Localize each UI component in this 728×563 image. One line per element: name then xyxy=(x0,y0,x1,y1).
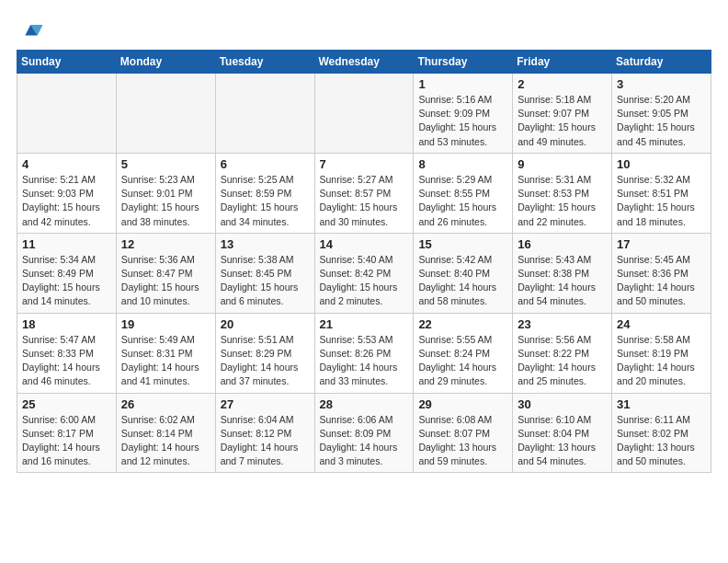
calendar-table: SundayMondayTuesdayWednesdayThursdayFrid… xyxy=(17,50,711,473)
day-cell: 12Sunrise: 5:36 AM Sunset: 8:47 PM Dayli… xyxy=(116,233,215,313)
header xyxy=(17,17,711,42)
day-number: 21 xyxy=(320,317,409,331)
day-cell: 24Sunrise: 5:58 AM Sunset: 8:19 PM Dayli… xyxy=(612,313,711,393)
day-detail: Sunrise: 5:45 AM Sunset: 8:36 PM Dayligh… xyxy=(617,253,706,309)
day-cell: 19Sunrise: 5:49 AM Sunset: 8:31 PM Dayli… xyxy=(116,313,215,393)
day-cell: 31Sunrise: 6:11 AM Sunset: 8:02 PM Dayli… xyxy=(612,393,711,473)
day-cell: 7Sunrise: 5:27 AM Sunset: 8:57 PM Daylig… xyxy=(314,153,414,233)
weekday-monday: Monday xyxy=(116,51,215,74)
day-cell: 17Sunrise: 5:45 AM Sunset: 8:36 PM Dayli… xyxy=(612,233,711,313)
week-row-1: 1Sunrise: 5:16 AM Sunset: 9:09 PM Daylig… xyxy=(17,74,711,154)
day-detail: Sunrise: 6:00 AM Sunset: 8:17 PM Dayligh… xyxy=(22,413,111,469)
day-cell: 11Sunrise: 5:34 AM Sunset: 8:49 PM Dayli… xyxy=(17,233,117,313)
day-detail: Sunrise: 5:56 AM Sunset: 8:22 PM Dayligh… xyxy=(518,333,607,389)
day-detail: Sunrise: 5:58 AM Sunset: 8:19 PM Dayligh… xyxy=(617,333,706,389)
day-cell: 4Sunrise: 5:21 AM Sunset: 9:03 PM Daylig… xyxy=(17,153,117,233)
day-detail: Sunrise: 6:10 AM Sunset: 8:04 PM Dayligh… xyxy=(518,413,607,469)
day-cell xyxy=(17,74,117,154)
day-detail: Sunrise: 5:21 AM Sunset: 9:03 PM Dayligh… xyxy=(22,173,111,229)
day-cell: 28Sunrise: 6:06 AM Sunset: 8:09 PM Dayli… xyxy=(314,393,414,473)
day-detail: Sunrise: 5:47 AM Sunset: 8:33 PM Dayligh… xyxy=(22,333,111,389)
day-number: 9 xyxy=(518,157,607,171)
day-cell: 21Sunrise: 5:53 AM Sunset: 8:26 PM Dayli… xyxy=(314,313,414,393)
weekday-tuesday: Tuesday xyxy=(215,51,314,74)
day-cell: 25Sunrise: 6:00 AM Sunset: 8:17 PM Dayli… xyxy=(17,393,117,473)
day-detail: Sunrise: 5:29 AM Sunset: 8:55 PM Dayligh… xyxy=(418,173,507,229)
day-cell: 14Sunrise: 5:40 AM Sunset: 8:42 PM Dayli… xyxy=(314,233,414,313)
day-cell: 1Sunrise: 5:16 AM Sunset: 9:09 PM Daylig… xyxy=(414,74,513,154)
day-number: 23 xyxy=(518,317,607,331)
day-cell: 15Sunrise: 5:42 AM Sunset: 8:40 PM Dayli… xyxy=(414,233,513,313)
day-number: 17 xyxy=(617,237,706,251)
day-detail: Sunrise: 5:51 AM Sunset: 8:29 PM Dayligh… xyxy=(221,333,310,389)
day-number: 27 xyxy=(221,397,310,411)
weekday-friday: Friday xyxy=(513,51,612,74)
day-detail: Sunrise: 6:04 AM Sunset: 8:12 PM Dayligh… xyxy=(221,413,310,469)
day-cell: 8Sunrise: 5:29 AM Sunset: 8:55 PM Daylig… xyxy=(414,153,513,233)
day-number: 26 xyxy=(121,397,210,411)
day-cell: 6Sunrise: 5:25 AM Sunset: 8:59 PM Daylig… xyxy=(215,153,314,233)
weekday-header-row: SundayMondayTuesdayWednesdayThursdayFrid… xyxy=(17,51,711,74)
day-number: 7 xyxy=(320,157,409,171)
day-number: 24 xyxy=(617,317,706,331)
day-cell: 22Sunrise: 5:55 AM Sunset: 8:24 PM Dayli… xyxy=(414,313,513,393)
logo-icon xyxy=(18,17,44,42)
day-number: 4 xyxy=(22,157,111,171)
day-cell xyxy=(116,74,215,154)
day-cell: 13Sunrise: 5:38 AM Sunset: 8:45 PM Dayli… xyxy=(215,233,314,313)
weekday-wednesday: Wednesday xyxy=(314,51,414,74)
day-cell: 10Sunrise: 5:32 AM Sunset: 8:51 PM Dayli… xyxy=(612,153,711,233)
day-detail: Sunrise: 6:08 AM Sunset: 8:07 PM Dayligh… xyxy=(418,413,507,469)
day-detail: Sunrise: 5:31 AM Sunset: 8:53 PM Dayligh… xyxy=(518,173,607,229)
week-row-2: 4Sunrise: 5:21 AM Sunset: 9:03 PM Daylig… xyxy=(17,153,711,233)
day-cell: 23Sunrise: 5:56 AM Sunset: 8:22 PM Dayli… xyxy=(513,313,612,393)
weekday-thursday: Thursday xyxy=(414,51,513,74)
day-detail: Sunrise: 5:43 AM Sunset: 8:38 PM Dayligh… xyxy=(518,253,607,309)
day-detail: Sunrise: 5:36 AM Sunset: 8:47 PM Dayligh… xyxy=(121,253,210,309)
week-row-5: 25Sunrise: 6:00 AM Sunset: 8:17 PM Dayli… xyxy=(17,393,711,473)
day-cell: 5Sunrise: 5:23 AM Sunset: 9:01 PM Daylig… xyxy=(116,153,215,233)
day-number: 19 xyxy=(121,317,210,331)
weekday-saturday: Saturday xyxy=(612,51,711,74)
day-cell: 20Sunrise: 5:51 AM Sunset: 8:29 PM Dayli… xyxy=(215,313,314,393)
day-cell: 3Sunrise: 5:20 AM Sunset: 9:05 PM Daylig… xyxy=(612,74,711,154)
day-detail: Sunrise: 5:23 AM Sunset: 9:01 PM Dayligh… xyxy=(121,173,210,229)
day-cell xyxy=(314,74,414,154)
page: SundayMondayTuesdayWednesdayThursdayFrid… xyxy=(0,0,728,563)
day-number: 16 xyxy=(518,237,607,251)
day-number: 2 xyxy=(518,77,607,91)
day-number: 12 xyxy=(121,237,210,251)
day-number: 18 xyxy=(22,317,111,331)
day-number: 15 xyxy=(418,237,507,251)
day-detail: Sunrise: 5:34 AM Sunset: 8:49 PM Dayligh… xyxy=(22,253,111,309)
day-number: 14 xyxy=(320,237,409,251)
day-number: 25 xyxy=(22,397,111,411)
day-cell: 29Sunrise: 6:08 AM Sunset: 8:07 PM Dayli… xyxy=(414,393,513,473)
logo xyxy=(17,17,44,42)
day-detail: Sunrise: 5:18 AM Sunset: 9:07 PM Dayligh… xyxy=(518,93,607,149)
day-number: 10 xyxy=(617,157,706,171)
day-number: 30 xyxy=(518,397,607,411)
day-cell: 9Sunrise: 5:31 AM Sunset: 8:53 PM Daylig… xyxy=(513,153,612,233)
day-number: 11 xyxy=(22,237,111,251)
day-number: 20 xyxy=(221,317,310,331)
day-detail: Sunrise: 5:32 AM Sunset: 8:51 PM Dayligh… xyxy=(617,173,706,229)
day-detail: Sunrise: 5:55 AM Sunset: 8:24 PM Dayligh… xyxy=(418,333,507,389)
week-row-4: 18Sunrise: 5:47 AM Sunset: 8:33 PM Dayli… xyxy=(17,313,711,393)
day-cell: 30Sunrise: 6:10 AM Sunset: 8:04 PM Dayli… xyxy=(513,393,612,473)
day-detail: Sunrise: 5:27 AM Sunset: 8:57 PM Dayligh… xyxy=(320,173,409,229)
day-cell: 27Sunrise: 6:04 AM Sunset: 8:12 PM Dayli… xyxy=(215,393,314,473)
day-number: 5 xyxy=(121,157,210,171)
day-detail: Sunrise: 5:16 AM Sunset: 9:09 PM Dayligh… xyxy=(418,93,507,149)
day-detail: Sunrise: 5:42 AM Sunset: 8:40 PM Dayligh… xyxy=(418,253,507,309)
day-detail: Sunrise: 5:38 AM Sunset: 8:45 PM Dayligh… xyxy=(221,253,310,309)
day-number: 28 xyxy=(320,397,409,411)
day-detail: Sunrise: 5:53 AM Sunset: 8:26 PM Dayligh… xyxy=(320,333,409,389)
day-detail: Sunrise: 6:02 AM Sunset: 8:14 PM Dayligh… xyxy=(121,413,210,469)
day-detail: Sunrise: 5:20 AM Sunset: 9:05 PM Dayligh… xyxy=(617,93,706,149)
weekday-sunday: Sunday xyxy=(17,51,117,74)
day-number: 31 xyxy=(617,397,706,411)
day-number: 13 xyxy=(221,237,310,251)
week-row-3: 11Sunrise: 5:34 AM Sunset: 8:49 PM Dayli… xyxy=(17,233,711,313)
day-number: 1 xyxy=(418,77,507,91)
